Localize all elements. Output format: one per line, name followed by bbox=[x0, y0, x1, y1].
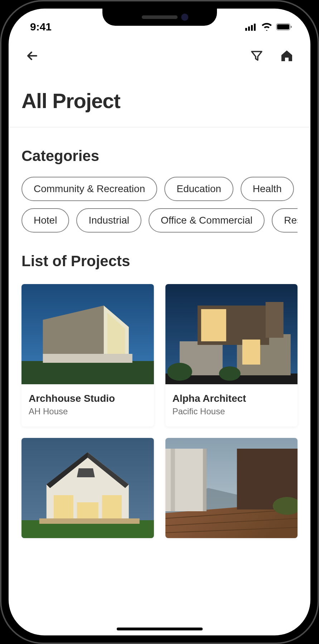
svg-rect-30 bbox=[77, 502, 98, 520]
project-card[interactable] bbox=[21, 438, 154, 538]
svg-rect-3 bbox=[254, 24, 256, 31]
svg-point-22 bbox=[167, 363, 192, 381]
svg-rect-21 bbox=[265, 302, 283, 338]
svg-point-23 bbox=[219, 366, 240, 381]
front-camera bbox=[181, 14, 188, 21]
categories-title: Categories bbox=[21, 147, 298, 165]
category-chip[interactable]: Health bbox=[241, 177, 294, 201]
svg-rect-6 bbox=[291, 26, 292, 28]
category-chip[interactable]: Industrial bbox=[76, 208, 141, 233]
categories-row-1[interactable]: Community & Recreation Education Health bbox=[21, 177, 298, 201]
divider bbox=[9, 127, 310, 127]
notch bbox=[102, 9, 217, 26]
svg-rect-13 bbox=[43, 354, 132, 363]
project-image bbox=[21, 438, 154, 538]
category-chip[interactable]: Office & Commercial bbox=[149, 208, 265, 233]
categories-row-2[interactable]: Hotel Industrial Office & Commercial Res bbox=[21, 208, 298, 233]
project-image bbox=[165, 438, 298, 538]
page-title: All Project bbox=[21, 89, 298, 113]
nav-actions bbox=[249, 48, 295, 64]
projects-title: List of Projects bbox=[21, 253, 298, 270]
svg-rect-5 bbox=[277, 24, 289, 29]
project-info: Alpha Architect Pacific House bbox=[165, 384, 298, 426]
filter-button[interactable] bbox=[249, 48, 265, 64]
svg-rect-42 bbox=[170, 449, 175, 511]
home-indicator[interactable] bbox=[117, 628, 203, 630]
svg-rect-19 bbox=[201, 309, 226, 341]
svg-rect-33 bbox=[39, 518, 140, 524]
svg-rect-20 bbox=[242, 340, 260, 365]
project-image bbox=[21, 284, 154, 384]
svg-marker-32 bbox=[77, 468, 95, 477]
phone-frame: 9:41 bbox=[0, 0, 319, 644]
svg-rect-29 bbox=[54, 495, 73, 520]
project-card[interactable] bbox=[165, 438, 298, 538]
speaker-slot bbox=[142, 15, 178, 19]
svg-rect-2 bbox=[251, 25, 253, 31]
screen-content[interactable]: All Project Categories Community & Recre… bbox=[9, 37, 310, 635]
project-info: Archhouse Studio AH House bbox=[21, 384, 154, 426]
project-card[interactable]: Archhouse Studio AH House bbox=[21, 284, 154, 426]
category-chip[interactable]: Education bbox=[164, 177, 233, 201]
wifi-icon bbox=[261, 23, 272, 31]
status-icons bbox=[245, 23, 293, 31]
svg-rect-31 bbox=[102, 495, 122, 520]
arrow-left-icon bbox=[25, 49, 39, 63]
project-studio: Archhouse Studio bbox=[29, 393, 147, 404]
home-icon bbox=[280, 49, 294, 63]
svg-rect-8 bbox=[21, 361, 154, 384]
category-chip[interactable]: Community & Recreation bbox=[21, 177, 157, 201]
svg-rect-43 bbox=[203, 449, 206, 511]
status-time: 9:41 bbox=[30, 21, 52, 33]
project-name: AH House bbox=[29, 406, 147, 416]
projects-grid: Archhouse Studio AH House bbox=[21, 284, 298, 538]
project-name: Pacific House bbox=[173, 406, 291, 416]
svg-rect-0 bbox=[245, 28, 247, 31]
filter-icon bbox=[250, 49, 263, 62]
project-card[interactable]: Alpha Architect Pacific House bbox=[165, 284, 298, 426]
battery-icon bbox=[276, 23, 293, 31]
cellular-icon bbox=[245, 23, 257, 31]
home-button[interactable] bbox=[279, 48, 295, 64]
svg-rect-1 bbox=[248, 26, 250, 31]
nav-bar bbox=[21, 37, 298, 71]
back-button[interactable] bbox=[24, 48, 40, 64]
category-chip[interactable]: Res bbox=[272, 208, 298, 233]
category-chip[interactable]: Hotel bbox=[21, 208, 69, 233]
project-studio: Alpha Architect bbox=[173, 393, 291, 404]
phone-screen: 9:41 bbox=[9, 9, 310, 635]
project-image bbox=[165, 284, 298, 384]
